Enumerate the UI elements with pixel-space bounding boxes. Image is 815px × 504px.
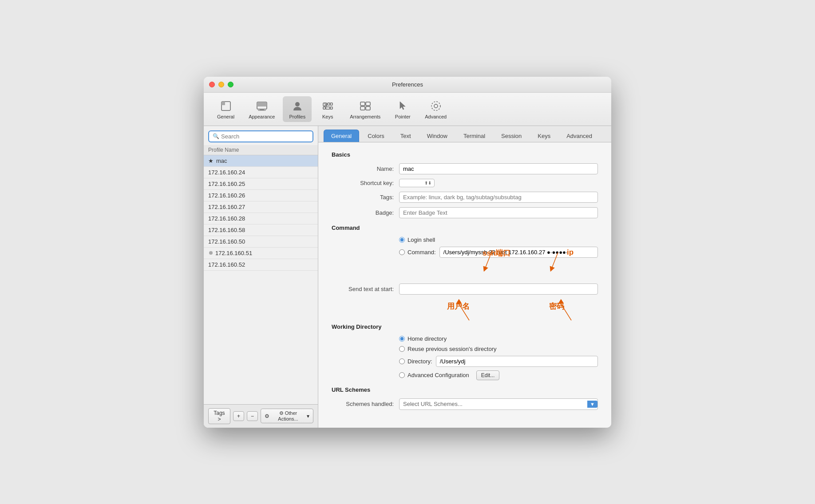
tab-window[interactable]: Window [419, 130, 455, 142]
advanced-config-option[interactable]: Advanced Configuration [399, 372, 469, 378]
directory-input[interactable] [436, 356, 598, 367]
send-text-field-wrapper [399, 284, 598, 295]
profile-name: 172.16.160.50 [208, 238, 245, 245]
tags-input[interactable] [399, 192, 598, 203]
reuse-session-row: Reuse previous session's directory [332, 346, 598, 352]
profile-item-1[interactable]: 172.16.160.24 [204, 167, 318, 178]
edit-button[interactable]: Edit... [476, 370, 500, 380]
badge-input[interactable] [399, 207, 598, 218]
command-input[interactable] [439, 247, 598, 258]
tags-row: Tags: [332, 192, 598, 203]
tab-advanced[interactable]: Advanced [559, 130, 600, 142]
profiles-icon [290, 99, 305, 113]
shortcut-row: Shortcut key: ⬆⬇ [332, 179, 598, 187]
tab-text[interactable]: Text [393, 130, 419, 142]
general-icon [219, 99, 233, 113]
remove-profile-button[interactable]: − [247, 411, 258, 421]
directory-label: Directory: [408, 358, 432, 365]
profile-item-6[interactable]: 172.16.160.58 [204, 224, 318, 236]
tab-session[interactable]: Session [494, 130, 529, 142]
profile-name: 172.16.160.52 [208, 261, 245, 268]
maximize-button[interactable] [228, 82, 233, 87]
settings-area: Basics Name: Shortcut key: ⬆⬇ [318, 142, 611, 428]
add-profile-button[interactable]: + [233, 411, 244, 421]
arrangements-icon [358, 99, 372, 113]
directory-radio[interactable] [399, 358, 405, 364]
close-button[interactable] [209, 82, 215, 87]
password-annotation: 密码 [549, 301, 564, 311]
tab-general[interactable]: General [324, 130, 359, 142]
svg-line-23 [560, 303, 571, 320]
tab-colors[interactable]: Colors [360, 130, 392, 142]
right-panel: General Colors Text Window Terminal Sess… [318, 126, 611, 428]
profile-item-8[interactable]: 172.16.160.51 [204, 248, 318, 259]
name-field-wrapper [399, 163, 598, 174]
profile-item-mac[interactable]: ★ mac [204, 155, 318, 167]
send-text-input[interactable] [399, 284, 598, 295]
reuse-session-option[interactable]: Reuse previous session's directory [399, 346, 496, 352]
home-dir-row: Home directory [332, 335, 598, 342]
search-box[interactable]: 🔍 [208, 130, 313, 142]
select-arrows-icon: ⬆⬇ [424, 181, 431, 185]
search-input[interactable] [221, 133, 309, 140]
send-text-label: Send text at start: [332, 286, 394, 292]
url-schemes-title: URL Schemes [332, 386, 598, 393]
svg-rect-1 [222, 102, 225, 105]
profile-item-3[interactable]: 172.16.160.26 [204, 190, 318, 201]
toolbar-keys[interactable]: ⌘ Keys [313, 96, 342, 122]
command-section-title: Command [332, 224, 598, 231]
svg-text:⌘: ⌘ [324, 103, 328, 107]
reuse-session-label: Reuse previous session's directory [408, 346, 496, 352]
schemes-label: Schemes handled: [332, 401, 394, 407]
other-actions-button[interactable]: ⚙ ⚙ Other Actions... ▾ [261, 409, 313, 423]
profile-item-4[interactable]: 172.16.160.27 [204, 201, 318, 213]
toolbar-pointer[interactable]: Pointer [388, 96, 417, 122]
svg-rect-14 [360, 102, 365, 106]
toolbar-appearance[interactable]: Appearance [242, 96, 281, 122]
shortcut-key-label: Shortcut key: [332, 180, 394, 186]
search-icon: 🔍 [213, 133, 219, 139]
minimize-button[interactable] [218, 82, 224, 87]
reuse-session-radio[interactable] [399, 346, 405, 352]
profile-list: ★ mac 172.16.160.24 172.16.160.25 172.16… [204, 155, 318, 404]
tab-terminal[interactable]: Terminal [456, 130, 493, 142]
toolbar-arrangements[interactable]: Arrangements [344, 96, 387, 122]
shortcut-select[interactable]: ⬆⬇ [399, 179, 435, 187]
directory-option[interactable]: Directory: [399, 358, 432, 365]
command-option[interactable]: Command: [399, 249, 436, 256]
name-input[interactable] [399, 163, 598, 174]
advanced-config-radio[interactable] [399, 372, 405, 378]
home-dir-radio[interactable] [399, 336, 405, 342]
command-row: Command: [332, 247, 598, 258]
profile-item-7[interactable]: 172.16.160.50 [204, 236, 318, 248]
tags-button[interactable]: Tags > [208, 408, 230, 424]
sidebar: 🔍 Profile Name ★ mac 172.16.160.24 172.1… [204, 126, 318, 428]
svg-rect-4 [260, 109, 264, 110]
svg-rect-9 [328, 103, 330, 105]
toolbar-general[interactable]: General [211, 96, 241, 122]
profile-item-5[interactable]: 172.16.160.28 [204, 213, 318, 224]
toolbar-appearance-label: Appearance [249, 114, 275, 119]
command-radio[interactable] [399, 249, 405, 255]
toolbar-profiles[interactable]: Profiles [283, 96, 312, 122]
advanced-config-label: Advanced Configuration [408, 372, 469, 378]
svg-rect-17 [366, 106, 370, 110]
toolbar-keys-label: Keys [322, 114, 333, 119]
dropdown-arrow-icon: ▼ [587, 401, 597, 408]
login-shell-option[interactable]: Login shell [399, 236, 435, 243]
svg-rect-3 [257, 102, 267, 106]
keys-icon: ⌘ [320, 99, 335, 113]
profile-name: 172.16.160.25 [208, 181, 245, 187]
schemes-dropdown[interactable]: Select URL Schemes... ▼ [399, 398, 598, 410]
home-dir-option[interactable]: Home directory [399, 335, 447, 342]
profile-item-9[interactable]: 172.16.160.52 [204, 259, 318, 271]
toolbar-advanced-label: Advanced [425, 114, 447, 119]
toolbar-advanced[interactable]: Advanced [419, 96, 453, 122]
username-password-arrows [420, 299, 598, 323]
login-shell-radio[interactable] [399, 237, 405, 243]
title-bar: Preferences [204, 77, 611, 93]
svg-point-18 [434, 104, 438, 108]
svg-line-22 [458, 303, 469, 320]
profile-item-2[interactable]: 172.16.160.25 [204, 178, 318, 190]
tab-keys[interactable]: Keys [530, 130, 558, 142]
